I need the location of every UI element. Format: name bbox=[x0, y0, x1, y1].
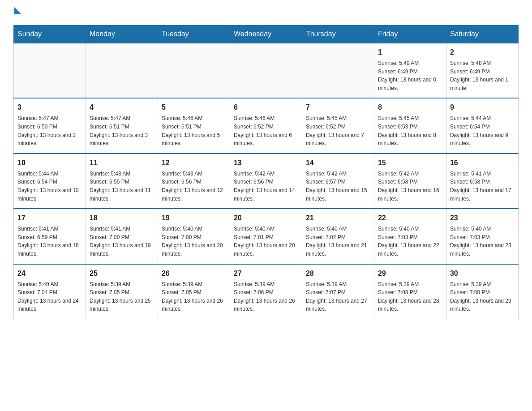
calendar-cell bbox=[302, 43, 374, 98]
calendar-cell: 20Sunrise: 5:40 AMSunset: 7:01 PMDayligh… bbox=[230, 209, 302, 264]
calendar-cell: 28Sunrise: 5:39 AMSunset: 7:07 PMDayligh… bbox=[302, 264, 374, 319]
day-info: Sunrise: 5:41 AMSunset: 6:59 PMDaylight:… bbox=[17, 225, 82, 258]
calendar-cell: 29Sunrise: 5:39 AMSunset: 7:08 PMDayligh… bbox=[374, 264, 446, 319]
day-info: Sunrise: 5:41 AMSunset: 7:00 PMDaylight:… bbox=[90, 225, 154, 258]
day-number: 7 bbox=[306, 102, 370, 113]
calendar-cell: 11Sunrise: 5:43 AMSunset: 6:55 PMDayligh… bbox=[86, 154, 158, 209]
day-info: Sunrise: 5:40 AMSunset: 7:03 PMDaylight:… bbox=[450, 225, 515, 258]
day-number: 14 bbox=[306, 158, 370, 168]
day-number: 21 bbox=[306, 213, 370, 223]
logo-general-text bbox=[13, 9, 21, 16]
calendar-cell: 18Sunrise: 5:41 AMSunset: 7:00 PMDayligh… bbox=[86, 209, 158, 264]
day-info: Sunrise: 5:42 AMSunset: 6:58 PMDaylight:… bbox=[378, 170, 442, 203]
day-number: 8 bbox=[378, 102, 442, 113]
day-number: 28 bbox=[306, 268, 370, 279]
day-number: 23 bbox=[450, 213, 515, 223]
calendar-cell bbox=[230, 43, 302, 98]
calendar-cell: 19Sunrise: 5:40 AMSunset: 7:00 PMDayligh… bbox=[158, 209, 230, 264]
day-info: Sunrise: 5:42 AMSunset: 6:57 PMDaylight:… bbox=[306, 170, 370, 203]
day-number: 5 bbox=[162, 102, 226, 113]
calendar-week-1: 1Sunrise: 5:49 AMSunset: 6:49 PMDaylight… bbox=[14, 43, 519, 98]
day-info: Sunrise: 5:45 AMSunset: 6:52 PMDaylight:… bbox=[306, 114, 370, 147]
day-number: 25 bbox=[90, 268, 154, 279]
calendar-header-thursday: Thursday bbox=[302, 26, 374, 43]
calendar-cell: 15Sunrise: 5:42 AMSunset: 6:58 PMDayligh… bbox=[374, 154, 446, 209]
day-info: Sunrise: 5:47 AMSunset: 6:51 PMDaylight:… bbox=[90, 114, 154, 147]
day-info: Sunrise: 5:39 AMSunset: 7:08 PMDaylight:… bbox=[378, 280, 442, 313]
day-number: 17 bbox=[17, 213, 82, 223]
day-number: 24 bbox=[17, 268, 82, 279]
calendar-cell: 7Sunrise: 5:45 AMSunset: 6:52 PMDaylight… bbox=[302, 98, 374, 153]
day-number: 27 bbox=[234, 268, 298, 279]
day-number: 6 bbox=[234, 102, 298, 113]
calendar-cell: 13Sunrise: 5:42 AMSunset: 6:56 PMDayligh… bbox=[230, 154, 302, 209]
day-number: 4 bbox=[90, 102, 154, 113]
day-number: 1 bbox=[378, 47, 442, 58]
calendar-cell: 3Sunrise: 5:47 AMSunset: 6:50 PMDaylight… bbox=[14, 98, 86, 153]
day-info: Sunrise: 5:39 AMSunset: 7:05 PMDaylight:… bbox=[162, 280, 226, 313]
day-info: Sunrise: 5:45 AMSunset: 6:53 PMDaylight:… bbox=[378, 114, 442, 147]
calendar-cell: 26Sunrise: 5:39 AMSunset: 7:05 PMDayligh… bbox=[158, 264, 230, 319]
calendar-table: SundayMondayTuesdayWednesdayThursdayFrid… bbox=[13, 25, 519, 319]
day-number: 30 bbox=[450, 268, 515, 279]
calendar-cell: 8Sunrise: 5:45 AMSunset: 6:53 PMDaylight… bbox=[374, 98, 446, 153]
logo bbox=[13, 9, 21, 16]
calendar-cell: 10Sunrise: 5:44 AMSunset: 6:54 PMDayligh… bbox=[14, 154, 86, 209]
calendar-cell: 22Sunrise: 5:40 AMSunset: 7:03 PMDayligh… bbox=[374, 209, 446, 264]
calendar-header-wednesday: Wednesday bbox=[230, 26, 302, 43]
day-info: Sunrise: 5:49 AMSunset: 6:49 PMDaylight:… bbox=[378, 59, 442, 92]
calendar-week-5: 24Sunrise: 5:40 AMSunset: 7:04 PMDayligh… bbox=[14, 264, 519, 319]
calendar-header-sunday: Sunday bbox=[14, 26, 86, 43]
day-number: 3 bbox=[17, 102, 82, 113]
day-info: Sunrise: 5:44 AMSunset: 6:54 PMDaylight:… bbox=[17, 170, 82, 203]
calendar-cell: 12Sunrise: 5:43 AMSunset: 6:56 PMDayligh… bbox=[158, 154, 230, 209]
calendar-header-row: SundayMondayTuesdayWednesdayThursdayFrid… bbox=[14, 26, 519, 43]
day-number: 18 bbox=[90, 213, 154, 223]
day-number: 12 bbox=[162, 158, 226, 168]
calendar-cell bbox=[86, 43, 158, 98]
calendar-cell: 27Sunrise: 5:39 AMSunset: 7:06 PMDayligh… bbox=[230, 264, 302, 319]
day-number: 13 bbox=[234, 158, 298, 168]
calendar-week-4: 17Sunrise: 5:41 AMSunset: 6:59 PMDayligh… bbox=[14, 209, 519, 264]
day-info: Sunrise: 5:40 AMSunset: 7:03 PMDaylight:… bbox=[378, 225, 442, 258]
day-info: Sunrise: 5:39 AMSunset: 7:06 PMDaylight:… bbox=[234, 280, 298, 313]
calendar-week-3: 10Sunrise: 5:44 AMSunset: 6:54 PMDayligh… bbox=[14, 154, 519, 209]
day-number: 11 bbox=[90, 158, 154, 168]
calendar-week-2: 3Sunrise: 5:47 AMSunset: 6:50 PMDaylight… bbox=[14, 98, 519, 153]
day-number: 20 bbox=[234, 213, 298, 223]
day-info: Sunrise: 5:43 AMSunset: 6:56 PMDaylight:… bbox=[162, 170, 226, 203]
calendar-header-tuesday: Tuesday bbox=[158, 26, 230, 43]
calendar-cell: 24Sunrise: 5:40 AMSunset: 7:04 PMDayligh… bbox=[14, 264, 86, 319]
calendar-header-saturday: Saturday bbox=[446, 26, 518, 43]
calendar-cell: 14Sunrise: 5:42 AMSunset: 6:57 PMDayligh… bbox=[302, 154, 374, 209]
calendar-cell: 21Sunrise: 5:40 AMSunset: 7:02 PMDayligh… bbox=[302, 209, 374, 264]
calendar-cell: 4Sunrise: 5:47 AMSunset: 6:51 PMDaylight… bbox=[86, 98, 158, 153]
day-number: 26 bbox=[162, 268, 226, 279]
logo-triangle-icon bbox=[14, 7, 21, 14]
calendar-cell: 9Sunrise: 5:44 AMSunset: 6:54 PMDaylight… bbox=[446, 98, 518, 153]
day-info: Sunrise: 5:40 AMSunset: 7:00 PMDaylight:… bbox=[162, 225, 226, 258]
calendar-header-monday: Monday bbox=[86, 26, 158, 43]
day-info: Sunrise: 5:41 AMSunset: 6:58 PMDaylight:… bbox=[450, 170, 515, 203]
day-info: Sunrise: 5:46 AMSunset: 6:51 PMDaylight:… bbox=[162, 114, 226, 147]
page-header bbox=[13, 9, 519, 16]
day-info: Sunrise: 5:48 AMSunset: 6:49 PMDaylight:… bbox=[450, 59, 515, 92]
day-info: Sunrise: 5:40 AMSunset: 7:04 PMDaylight:… bbox=[17, 280, 82, 313]
day-info: Sunrise: 5:39 AMSunset: 7:05 PMDaylight:… bbox=[90, 280, 154, 313]
day-number: 9 bbox=[450, 102, 515, 113]
day-info: Sunrise: 5:46 AMSunset: 6:52 PMDaylight:… bbox=[234, 114, 298, 147]
day-info: Sunrise: 5:39 AMSunset: 7:07 PMDaylight:… bbox=[306, 280, 370, 313]
calendar-header-friday: Friday bbox=[374, 26, 446, 43]
day-info: Sunrise: 5:44 AMSunset: 6:54 PMDaylight:… bbox=[450, 114, 515, 147]
day-info: Sunrise: 5:39 AMSunset: 7:08 PMDaylight:… bbox=[450, 280, 515, 313]
day-number: 16 bbox=[450, 158, 515, 168]
calendar-cell: 2Sunrise: 5:48 AMSunset: 6:49 PMDaylight… bbox=[446, 43, 518, 98]
day-info: Sunrise: 5:43 AMSunset: 6:55 PMDaylight:… bbox=[90, 170, 154, 203]
calendar-cell: 30Sunrise: 5:39 AMSunset: 7:08 PMDayligh… bbox=[446, 264, 518, 319]
day-number: 2 bbox=[450, 47, 515, 58]
calendar-cell: 1Sunrise: 5:49 AMSunset: 6:49 PMDaylight… bbox=[374, 43, 446, 98]
day-number: 19 bbox=[162, 213, 226, 223]
calendar-cell: 17Sunrise: 5:41 AMSunset: 6:59 PMDayligh… bbox=[14, 209, 86, 264]
day-info: Sunrise: 5:40 AMSunset: 7:02 PMDaylight:… bbox=[306, 225, 370, 258]
calendar-cell: 5Sunrise: 5:46 AMSunset: 6:51 PMDaylight… bbox=[158, 98, 230, 153]
